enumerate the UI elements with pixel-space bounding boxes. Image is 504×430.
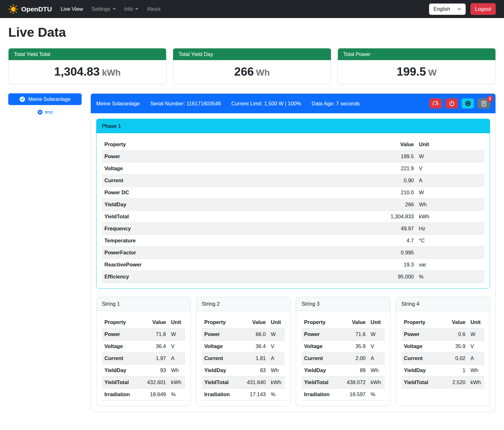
table-row: Power199.5W	[102, 151, 484, 163]
nav-about[interactable]: About	[147, 6, 160, 12]
table-row: YieldDay93Wh	[102, 365, 185, 377]
card-title: Total Yield Total	[9, 48, 166, 60]
test-inverter-link[interactable]: test	[45, 109, 53, 115]
value-header: Value	[343, 316, 368, 328]
card-unit: kWh	[102, 68, 121, 78]
language-value: English	[433, 6, 450, 12]
inverter-sidebar: Meine Solaranlage test	[8, 93, 82, 115]
unit-cell: W	[416, 187, 484, 199]
table-row: Voltage221.9V	[102, 163, 484, 175]
table-row: YieldDay83Wh	[202, 365, 285, 377]
logout-button[interactable]: Logout	[470, 3, 496, 15]
gauge-icon	[432, 100, 439, 107]
value-cell: 210.0	[369, 187, 416, 199]
unit-cell: Wh	[468, 365, 484, 377]
power-toggle-button[interactable]	[445, 98, 458, 109]
card-value: 1,304.83	[54, 65, 100, 78]
card-value: 199.5	[397, 65, 426, 78]
property-cell: YieldDay	[302, 365, 343, 377]
inverter-actions: 2	[429, 98, 490, 109]
table-row: ReactivePower19.3var	[102, 259, 484, 271]
value-cell: 199.5	[369, 151, 416, 163]
unit-cell: A	[368, 352, 385, 365]
value-cell: 71.8	[143, 328, 169, 340]
test-inverter-row: test	[8, 109, 82, 115]
card-value: 266	[234, 65, 254, 78]
property-cell: Efficiency	[102, 271, 369, 283]
nav-settings[interactable]: Settings	[91, 6, 116, 12]
table-row: Power71.6W	[302, 328, 385, 340]
x-circle-icon[interactable]	[37, 109, 43, 115]
value-cell: 35.9	[443, 340, 468, 352]
property-cell: Frequency	[102, 223, 369, 235]
unit-cell: kWh	[468, 377, 484, 389]
unit-cell: Hz	[416, 223, 484, 235]
property-cell: Power DC	[102, 187, 369, 199]
table-row: Current0.02A	[401, 352, 485, 365]
property-cell: Voltage	[102, 340, 143, 352]
unit-cell: var	[416, 259, 484, 271]
brand-link[interactable]: OpenDTU	[8, 4, 52, 14]
table-header-row: Property Value Unit	[401, 316, 485, 328]
unit-cell: W	[468, 328, 484, 340]
event-log-button[interactable]: 2	[478, 98, 490, 109]
value-cell: 17.143	[243, 389, 268, 401]
unit-cell	[416, 247, 484, 259]
string-card-title: String 3	[296, 297, 390, 311]
value-cell: 438.072	[343, 377, 368, 389]
language-select[interactable]: English	[429, 3, 465, 15]
property-cell: Voltage	[401, 340, 443, 352]
unit-cell: %	[268, 389, 285, 401]
property-cell: YieldTotal	[102, 211, 369, 223]
property-cell: Power	[102, 151, 369, 163]
unit-cell: Wh	[169, 365, 185, 377]
property-cell: Current	[202, 352, 243, 365]
event-count-badge: 2	[487, 96, 493, 102]
card-title: Total Power	[338, 48, 495, 60]
table-row: Voltage35.9V	[401, 340, 485, 352]
unit-cell: %	[368, 389, 385, 401]
inverter-select-button[interactable]: Meine Solaranlage	[8, 93, 82, 105]
string-table: Property Value Unit Power0.6WVoltage35.9…	[401, 316, 485, 389]
property-header: Property	[202, 316, 243, 328]
table-row: Voltage36.4V	[202, 340, 285, 352]
property-header: Property	[401, 316, 443, 328]
value-cell: 2.520	[443, 377, 468, 389]
unit-header: Unit	[468, 316, 484, 328]
table-row: Power71.8W	[102, 328, 185, 340]
unit-cell: %	[416, 271, 484, 283]
nav-live-view[interactable]: Live View	[61, 6, 83, 12]
unit-cell: °C	[416, 235, 484, 247]
nav-info[interactable]: Info	[124, 6, 139, 12]
journal-icon	[481, 101, 487, 107]
property-cell: Power	[202, 328, 243, 340]
inverter-panel: Meine Solaranlage Serial Number: 1161716…	[90, 93, 496, 412]
limit-settings-button[interactable]	[429, 98, 442, 109]
value-cell: 35.9	[343, 340, 368, 352]
value-cell: 1	[443, 365, 468, 377]
unit-cell: V	[368, 340, 385, 352]
unit-cell: V	[416, 163, 484, 175]
phase-table: Property Value Unit Power199.5WVoltage22…	[102, 139, 484, 283]
value-cell: 1.97	[143, 352, 169, 365]
table-row: Current2.00A	[302, 352, 385, 365]
table-row: Irradiation17.143%	[202, 389, 285, 401]
device-info-button[interactable]	[462, 98, 474, 109]
value-cell: 1.81	[243, 352, 268, 365]
inverter-button-label: Meine Solaranlage	[28, 97, 70, 102]
property-header: Property	[102, 139, 369, 151]
property-cell: Current	[401, 352, 443, 365]
unit-cell: kWh	[416, 211, 484, 223]
value-cell: 95.000	[369, 271, 416, 283]
string-table: Property Value Unit Power71.8WVoltage36.…	[102, 316, 185, 401]
unit-header: Unit	[368, 316, 385, 328]
value-cell: 18.597	[343, 389, 368, 401]
brand-label: OpenDTU	[21, 5, 52, 13]
value-cell: 266	[369, 199, 416, 211]
chevron-down-icon	[457, 7, 461, 11]
card-unit: Wh	[256, 68, 270, 78]
property-cell: Irradiation	[302, 389, 343, 401]
table-row: Irradiation18.597%	[302, 389, 385, 401]
value-cell: 71.6	[343, 328, 368, 340]
table-row: YieldTotal2.520kWh	[401, 377, 485, 389]
